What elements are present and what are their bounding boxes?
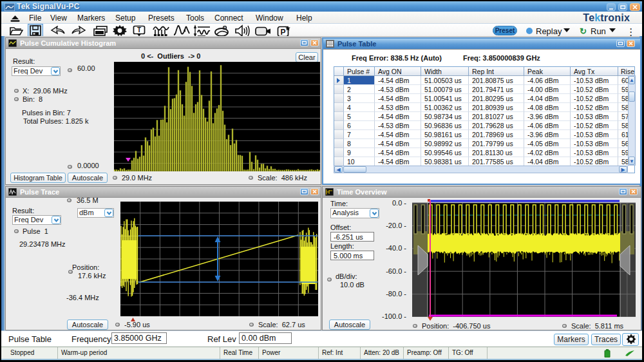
svg-text:T: T bbox=[137, 26, 141, 33]
svg-text:N: N bbox=[223, 26, 226, 30]
svg-text:P: P bbox=[280, 28, 285, 37]
